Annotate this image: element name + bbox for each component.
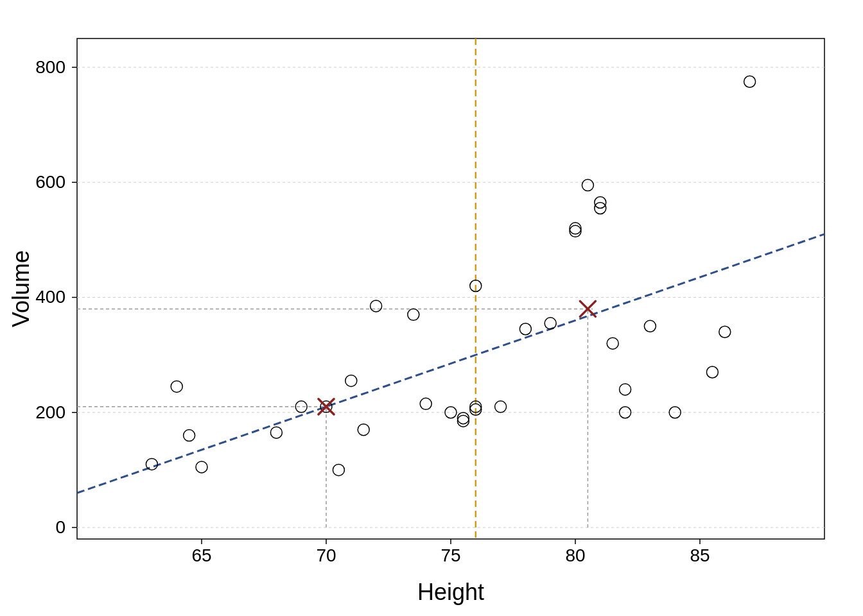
svg-text:200: 200 [35, 402, 65, 422]
svg-text:800: 800 [35, 57, 65, 77]
svg-text:600: 600 [35, 172, 65, 192]
scatter-plot: 65707580850200400600800HeightVolume [0, 0, 863, 616]
svg-text:65: 65 [191, 545, 211, 565]
svg-text:0: 0 [55, 517, 65, 537]
svg-text:80: 80 [565, 545, 585, 565]
chart-container: 65707580850200400600800HeightVolume [0, 0, 863, 616]
svg-text:400: 400 [35, 287, 65, 307]
svg-rect-1 [77, 38, 824, 539]
x-axis-label: Height [417, 579, 484, 605]
svg-text:75: 75 [440, 545, 460, 565]
y-axis-label: Volume [8, 250, 34, 327]
svg-text:70: 70 [316, 545, 336, 565]
svg-text:85: 85 [690, 545, 710, 565]
